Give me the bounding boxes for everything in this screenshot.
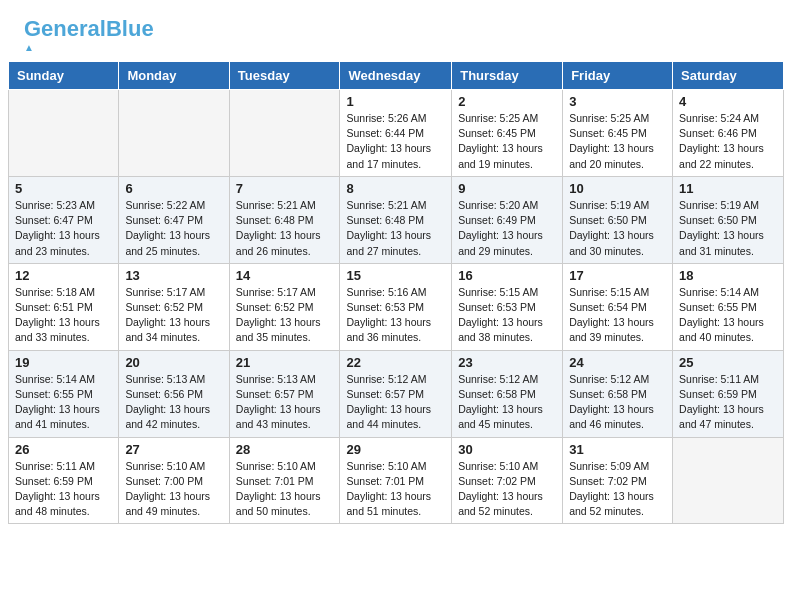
calendar-cell: 16Sunrise: 5:15 AMSunset: 6:53 PMDayligh…: [452, 263, 563, 350]
calendar-cell: 24Sunrise: 5:12 AMSunset: 6:58 PMDayligh…: [563, 350, 673, 437]
day-info: Sunrise: 5:10 AMSunset: 7:01 PMDaylight:…: [346, 459, 445, 520]
calendar-table: SundayMondayTuesdayWednesdayThursdayFrid…: [8, 61, 784, 524]
day-number: 10: [569, 181, 666, 196]
day-number: 22: [346, 355, 445, 370]
calendar-cell: 11Sunrise: 5:19 AMSunset: 6:50 PMDayligh…: [673, 176, 784, 263]
day-number: 18: [679, 268, 777, 283]
weekday-header-tuesday: Tuesday: [229, 62, 340, 90]
day-number: 7: [236, 181, 334, 196]
calendar-week-1: 1Sunrise: 5:26 AMSunset: 6:44 PMDaylight…: [9, 90, 784, 177]
day-number: 17: [569, 268, 666, 283]
calendar-cell: 17Sunrise: 5:15 AMSunset: 6:54 PMDayligh…: [563, 263, 673, 350]
calendar-week-4: 19Sunrise: 5:14 AMSunset: 6:55 PMDayligh…: [9, 350, 784, 437]
calendar-week-2: 5Sunrise: 5:23 AMSunset: 6:47 PMDaylight…: [9, 176, 784, 263]
logo-blue: Blue: [106, 16, 154, 41]
logo: GeneralBlue ▲: [24, 18, 154, 53]
day-info: Sunrise: 5:23 AMSunset: 6:47 PMDaylight:…: [15, 198, 112, 259]
day-info: Sunrise: 5:17 AMSunset: 6:52 PMDaylight:…: [125, 285, 222, 346]
day-number: 9: [458, 181, 556, 196]
calendar-cell: 20Sunrise: 5:13 AMSunset: 6:56 PMDayligh…: [119, 350, 229, 437]
day-number: 14: [236, 268, 334, 283]
day-number: 3: [569, 94, 666, 109]
weekday-header-sunday: Sunday: [9, 62, 119, 90]
day-info: Sunrise: 5:25 AMSunset: 6:45 PMDaylight:…: [458, 111, 556, 172]
day-number: 19: [15, 355, 112, 370]
calendar-cell: 27Sunrise: 5:10 AMSunset: 7:00 PMDayligh…: [119, 437, 229, 524]
calendar-cell: 15Sunrise: 5:16 AMSunset: 6:53 PMDayligh…: [340, 263, 452, 350]
day-number: 15: [346, 268, 445, 283]
logo-general: General: [24, 16, 106, 41]
day-info: Sunrise: 5:13 AMSunset: 6:57 PMDaylight:…: [236, 372, 334, 433]
day-number: 27: [125, 442, 222, 457]
calendar-cell: 6Sunrise: 5:22 AMSunset: 6:47 PMDaylight…: [119, 176, 229, 263]
weekday-header-thursday: Thursday: [452, 62, 563, 90]
day-number: 2: [458, 94, 556, 109]
day-number: 8: [346, 181, 445, 196]
calendar-cell: 25Sunrise: 5:11 AMSunset: 6:59 PMDayligh…: [673, 350, 784, 437]
calendar-cell: 5Sunrise: 5:23 AMSunset: 6:47 PMDaylight…: [9, 176, 119, 263]
day-info: Sunrise: 5:14 AMSunset: 6:55 PMDaylight:…: [679, 285, 777, 346]
logo-text: GeneralBlue: [24, 18, 154, 40]
day-number: 20: [125, 355, 222, 370]
day-number: 30: [458, 442, 556, 457]
calendar-cell: [673, 437, 784, 524]
calendar-cell: 14Sunrise: 5:17 AMSunset: 6:52 PMDayligh…: [229, 263, 340, 350]
day-info: Sunrise: 5:21 AMSunset: 6:48 PMDaylight:…: [346, 198, 445, 259]
calendar-cell: [119, 90, 229, 177]
day-number: 21: [236, 355, 334, 370]
logo-tagline: ▲: [24, 42, 35, 53]
calendar-cell: 22Sunrise: 5:12 AMSunset: 6:57 PMDayligh…: [340, 350, 452, 437]
calendar-cell: 3Sunrise: 5:25 AMSunset: 6:45 PMDaylight…: [563, 90, 673, 177]
day-info: Sunrise: 5:10 AMSunset: 7:02 PMDaylight:…: [458, 459, 556, 520]
calendar-cell: 26Sunrise: 5:11 AMSunset: 6:59 PMDayligh…: [9, 437, 119, 524]
day-number: 12: [15, 268, 112, 283]
calendar-cell: 9Sunrise: 5:20 AMSunset: 6:49 PMDaylight…: [452, 176, 563, 263]
day-info: Sunrise: 5:16 AMSunset: 6:53 PMDaylight:…: [346, 285, 445, 346]
day-number: 13: [125, 268, 222, 283]
day-number: 31: [569, 442, 666, 457]
day-info: Sunrise: 5:12 AMSunset: 6:58 PMDaylight:…: [458, 372, 556, 433]
calendar-cell: 13Sunrise: 5:17 AMSunset: 6:52 PMDayligh…: [119, 263, 229, 350]
day-info: Sunrise: 5:21 AMSunset: 6:48 PMDaylight:…: [236, 198, 334, 259]
day-info: Sunrise: 5:13 AMSunset: 6:56 PMDaylight:…: [125, 372, 222, 433]
calendar-cell: 31Sunrise: 5:09 AMSunset: 7:02 PMDayligh…: [563, 437, 673, 524]
calendar-cell: 29Sunrise: 5:10 AMSunset: 7:01 PMDayligh…: [340, 437, 452, 524]
page-header: GeneralBlue ▲: [0, 0, 792, 61]
day-info: Sunrise: 5:20 AMSunset: 6:49 PMDaylight:…: [458, 198, 556, 259]
calendar-cell: 10Sunrise: 5:19 AMSunset: 6:50 PMDayligh…: [563, 176, 673, 263]
day-info: Sunrise: 5:19 AMSunset: 6:50 PMDaylight:…: [569, 198, 666, 259]
calendar-cell: 12Sunrise: 5:18 AMSunset: 6:51 PMDayligh…: [9, 263, 119, 350]
calendar-cell: 7Sunrise: 5:21 AMSunset: 6:48 PMDaylight…: [229, 176, 340, 263]
weekday-header-wednesday: Wednesday: [340, 62, 452, 90]
calendar-cell: 30Sunrise: 5:10 AMSunset: 7:02 PMDayligh…: [452, 437, 563, 524]
day-number: 29: [346, 442, 445, 457]
calendar-cell: 23Sunrise: 5:12 AMSunset: 6:58 PMDayligh…: [452, 350, 563, 437]
day-number: 11: [679, 181, 777, 196]
day-number: 28: [236, 442, 334, 457]
day-info: Sunrise: 5:12 AMSunset: 6:58 PMDaylight:…: [569, 372, 666, 433]
day-info: Sunrise: 5:17 AMSunset: 6:52 PMDaylight:…: [236, 285, 334, 346]
day-info: Sunrise: 5:12 AMSunset: 6:57 PMDaylight:…: [346, 372, 445, 433]
calendar-week-5: 26Sunrise: 5:11 AMSunset: 6:59 PMDayligh…: [9, 437, 784, 524]
day-info: Sunrise: 5:10 AMSunset: 7:00 PMDaylight:…: [125, 459, 222, 520]
day-info: Sunrise: 5:19 AMSunset: 6:50 PMDaylight:…: [679, 198, 777, 259]
calendar-cell: 8Sunrise: 5:21 AMSunset: 6:48 PMDaylight…: [340, 176, 452, 263]
day-info: Sunrise: 5:11 AMSunset: 6:59 PMDaylight:…: [679, 372, 777, 433]
day-number: 4: [679, 94, 777, 109]
calendar-cell: 21Sunrise: 5:13 AMSunset: 6:57 PMDayligh…: [229, 350, 340, 437]
weekday-header-saturday: Saturday: [673, 62, 784, 90]
calendar-cell: 1Sunrise: 5:26 AMSunset: 6:44 PMDaylight…: [340, 90, 452, 177]
day-number: 6: [125, 181, 222, 196]
day-number: 16: [458, 268, 556, 283]
day-number: 26: [15, 442, 112, 457]
calendar-cell: 4Sunrise: 5:24 AMSunset: 6:46 PMDaylight…: [673, 90, 784, 177]
weekday-header-friday: Friday: [563, 62, 673, 90]
calendar-cell: 18Sunrise: 5:14 AMSunset: 6:55 PMDayligh…: [673, 263, 784, 350]
calendar-cell: 28Sunrise: 5:10 AMSunset: 7:01 PMDayligh…: [229, 437, 340, 524]
day-info: Sunrise: 5:14 AMSunset: 6:55 PMDaylight:…: [15, 372, 112, 433]
day-info: Sunrise: 5:24 AMSunset: 6:46 PMDaylight:…: [679, 111, 777, 172]
day-number: 1: [346, 94, 445, 109]
day-info: Sunrise: 5:15 AMSunset: 6:54 PMDaylight:…: [569, 285, 666, 346]
calendar-cell: 19Sunrise: 5:14 AMSunset: 6:55 PMDayligh…: [9, 350, 119, 437]
calendar-cell: 2Sunrise: 5:25 AMSunset: 6:45 PMDaylight…: [452, 90, 563, 177]
